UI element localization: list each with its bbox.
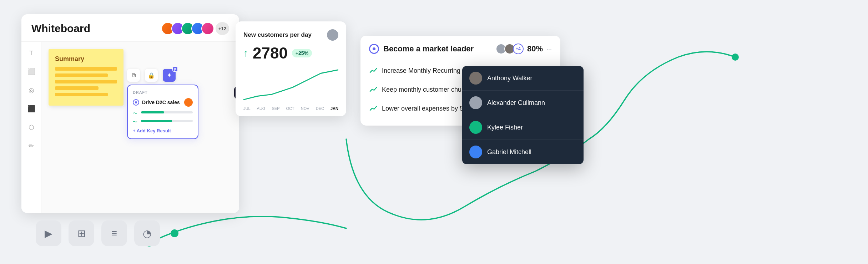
okr-percent: 80%	[527, 44, 543, 54]
okr-avatar-overflow[interactable]: +4	[513, 44, 524, 54]
lock-tool-icon[interactable]: 🔒	[145, 69, 158, 82]
chart-avatar[interactable]	[327, 29, 338, 41]
chart-number: 2780	[253, 44, 288, 62]
trend-up-icon: ↑	[243, 48, 248, 58]
chart-label-nov: NOV	[301, 106, 309, 111]
sticky-note: Summary	[49, 49, 123, 106]
circle-tool-icon[interactable]: ◎	[26, 85, 37, 96]
okr-title-row: Become a market leader	[369, 44, 474, 54]
dropdown-name-kylee: Kylee Fisher	[487, 124, 523, 131]
chart-graph	[243, 68, 338, 103]
whiteboard-header: Whiteboard +12	[21, 14, 239, 42]
shape-tool-icon[interactable]: ⬡	[26, 122, 37, 133]
note-tool-icon[interactable]: ⬜	[26, 66, 37, 77]
kr-progress-bar	[141, 111, 193, 113]
image-tool-icon[interactable]: ⬛	[26, 103, 37, 115]
kr-trend-icon	[369, 66, 378, 75]
whiteboard-title: Whiteboard	[31, 22, 90, 35]
chart-label-jan: JAN	[330, 106, 338, 111]
dropdown-name-alexander: Alexander Cullmann	[487, 99, 545, 107]
draft-objective-row: Drive D2C sales	[133, 98, 193, 107]
chart-label-sep: SEP	[272, 106, 279, 111]
kr-trend-icon-3	[369, 104, 378, 113]
dropdown-name-anthony: Anthony Walker	[487, 75, 532, 82]
beta-badge: β	[172, 67, 178, 72]
chart-label-jul: JUL	[243, 106, 251, 111]
grid-tool-button[interactable]: ⊞	[69, 220, 94, 246]
kr-trend-icon: 〜	[133, 110, 137, 117]
kr-progress-fill	[141, 111, 164, 113]
chart-label-aug: AUG	[257, 106, 266, 111]
chart-labels: JUL AUG SEP OCT NOV DEC JAN	[243, 106, 338, 111]
canvas-area: Summary ⧉ 🔒 ✦ β Suggesting...	[41, 42, 239, 213]
draft-toolbar: ⧉ 🔒 ✦ β Suggesting...	[127, 69, 176, 82]
sticky-note-title: Summary	[55, 55, 117, 63]
timer-tool-button[interactable]: ◔	[134, 220, 160, 246]
sticky-line	[55, 67, 117, 71]
kr-progress-fill-2	[141, 120, 172, 122]
chart-badge: +25%	[292, 49, 312, 57]
dropdown-item-kylee[interactable]: Kylee Fisher	[462, 115, 584, 140]
objective-icon	[133, 99, 139, 106]
dropdown-item-alexander[interactable]: Alexander Cullmann	[462, 91, 584, 115]
draft-label: DRAFT	[133, 90, 193, 95]
play-tool-button[interactable]: ▶	[36, 220, 61, 246]
dropdown-item-gabriel[interactable]: Gabriel Mitchell	[462, 140, 584, 164]
dropdown-avatar-anthony	[469, 72, 482, 85]
chart-header: New customers per day	[243, 29, 338, 41]
chart-card: New customers per day ↑ 2780 +25% JUL AU…	[236, 21, 346, 116]
sticky-line	[55, 86, 99, 90]
okr-right: +4 80% ···	[496, 44, 552, 54]
dropdown-panel: Anthony Walker Alexander Cullmann Kylee …	[462, 66, 584, 164]
copy-tool-icon[interactable]: ⧉	[127, 69, 140, 82]
okr-avatar-stack: +4	[496, 44, 524, 54]
avatar-stack: +12	[161, 22, 229, 35]
list-tool-button[interactable]: ≡	[101, 220, 127, 246]
whiteboard-window: Whiteboard +12 T ⬜ ◎ ⬛ ⬡ ✏ Summary	[21, 14, 239, 213]
okr-item-text-3: Lower overall expenses by 5%	[382, 105, 469, 112]
sticky-line	[55, 80, 117, 83]
sticky-line	[55, 73, 108, 77]
text-tool-icon[interactable]: T	[26, 47, 37, 59]
kr-trend-icon-2: 〜	[133, 119, 137, 125]
kr-progress-bar-2	[141, 120, 193, 122]
avatar-overflow-count[interactable]: +12	[216, 22, 229, 35]
chart-label-oct: OCT	[286, 106, 294, 111]
left-toolbar: T ⬜ ◎ ⬛ ⬡ ✏	[21, 42, 41, 213]
draft-objective-text: Drive D2C sales	[142, 100, 181, 105]
dropdown-avatar-alexander	[469, 96, 482, 109]
okr-title: Become a market leader	[383, 44, 474, 54]
kr-trend-icon-2	[369, 85, 378, 94]
avatar[interactable]	[201, 22, 214, 35]
svg-point-0	[732, 54, 739, 61]
okr-more-icon[interactable]: ···	[546, 45, 552, 53]
pen-tool-icon[interactable]: ✏	[26, 140, 37, 152]
dropdown-item-anthony[interactable]: Anthony Walker	[462, 66, 584, 91]
chart-value-row: ↑ 2780 +25%	[243, 44, 338, 62]
dropdown-avatar-gabriel	[469, 146, 482, 158]
bottom-toolbar: ▶ ⊞ ≡ ◔	[36, 220, 178, 246]
draft-card: DRAFT Drive D2C sales 〜 〜	[127, 85, 198, 139]
sticky-line	[55, 93, 108, 96]
draft-avatar	[184, 98, 193, 107]
add-key-result-button[interactable]: + Add Key Result	[133, 128, 193, 133]
ai-tool-icon[interactable]: ✦ β	[163, 69, 176, 82]
chart-label-dec: DEC	[316, 106, 324, 111]
chart-title: New customers per day	[243, 31, 312, 39]
okr-icon-inner	[373, 47, 375, 50]
dropdown-name-gabriel: Gabriel Mitchell	[487, 148, 531, 156]
okr-objective-icon	[369, 44, 379, 54]
okr-header: Become a market leader +4 80% ···	[369, 44, 552, 54]
bottom-dot-indicator	[171, 229, 178, 237]
whiteboard-body: T ⬜ ◎ ⬛ ⬡ ✏ Summary ⧉ 🔒 ✦	[21, 42, 239, 213]
dropdown-avatar-kylee	[469, 121, 482, 134]
